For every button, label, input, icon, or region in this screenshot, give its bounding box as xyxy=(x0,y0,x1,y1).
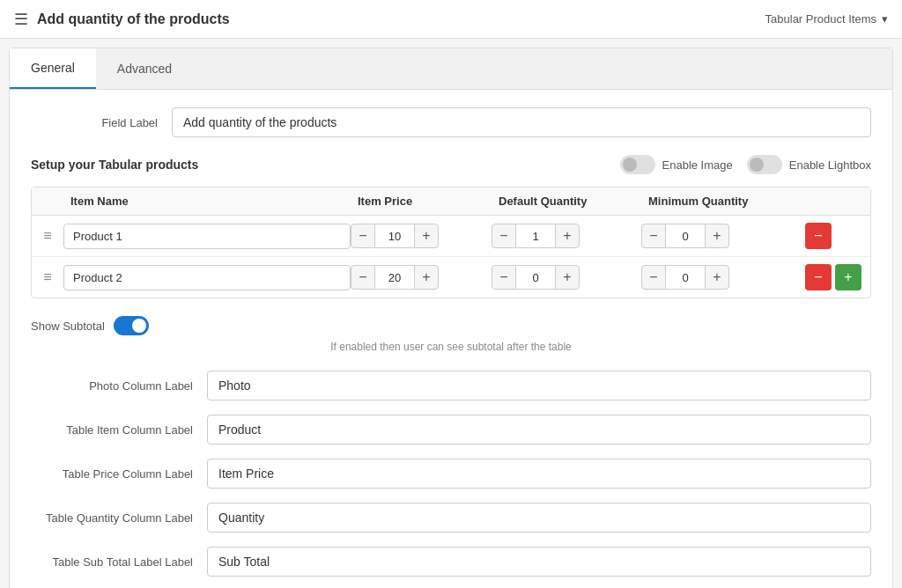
default-qty-minus-btn-1[interactable]: − xyxy=(492,224,516,248)
form-body: Field Label Setup your Tabular products … xyxy=(10,90,892,588)
photo-column-input-wrapper xyxy=(207,371,871,401)
tab-general[interactable]: General xyxy=(10,48,96,89)
table-price-column-input[interactable] xyxy=(207,459,871,489)
table-item-column-row: Table Item Column Label xyxy=(31,415,871,445)
main-panel: General Advanced Field Label Setup your … xyxy=(9,48,893,588)
page-title: Add quantity of the products xyxy=(37,11,230,27)
enable-lightbox-group: Enable Lightbox xyxy=(747,155,871,174)
tabs-bar: General Advanced xyxy=(10,48,892,90)
default-qty-input-2[interactable] xyxy=(516,265,555,290)
default-qty-control-1: − + xyxy=(492,224,641,248)
price-control-2: − + xyxy=(351,265,492,290)
enable-lightbox-label: Enable Lightbox xyxy=(789,158,871,172)
price-input-1[interactable] xyxy=(375,224,414,248)
default-qty-plus-btn-1[interactable]: + xyxy=(555,224,580,248)
default-qty-input-1[interactable] xyxy=(516,224,555,248)
show-subtotal-label: Show Subtotal xyxy=(31,320,105,333)
top-bar: ☰ Add quantity of the products Tabular P… xyxy=(0,0,902,39)
setup-header: Setup your Tabular products Enable Image… xyxy=(31,155,871,174)
default-qty-control-2: − + xyxy=(492,265,641,290)
row-actions-2: − + xyxy=(800,264,870,290)
table-subtotal-column-row: Table Sub Total Label Label xyxy=(31,547,871,577)
product-name-input-1[interactable] xyxy=(63,224,351,249)
enable-image-group: Enable Image xyxy=(620,155,733,174)
chevron-down-icon: ▾ xyxy=(882,12,888,26)
price-control-1: − + xyxy=(351,224,492,248)
min-qty-input-1[interactable] xyxy=(666,224,705,248)
photo-column-label: Photo Column Label xyxy=(31,379,207,393)
col-drag xyxy=(32,195,63,208)
price-plus-btn-1[interactable]: + xyxy=(414,224,439,248)
price-plus-btn-2[interactable]: + xyxy=(414,265,439,290)
table-row: ≡ − + − + − + xyxy=(32,257,870,298)
table-subtotal-column-input[interactable] xyxy=(207,547,871,577)
price-minus-btn-2[interactable]: − xyxy=(351,265,375,290)
tabular-product-items-label: Tabular Product Items xyxy=(765,12,876,26)
top-bar-right[interactable]: Tabular Product Items ▾ xyxy=(765,12,888,26)
enable-lightbox-toggle[interactable] xyxy=(747,155,782,174)
min-qty-input-2[interactable] xyxy=(666,265,705,290)
show-subtotal-row: Show Subtotal xyxy=(31,316,871,335)
col-actions xyxy=(800,195,870,208)
hamburger-icon[interactable]: ☰ xyxy=(14,10,28,29)
col-default-qty: Default Quantity xyxy=(492,195,641,208)
table-subtotal-column-input-wrapper xyxy=(207,547,871,577)
subtotal-hint: If enabled then user can see subtotal af… xyxy=(31,341,871,353)
tab-advanced[interactable]: Advanced xyxy=(96,48,193,89)
table-header: Item Name Item Price Default Quantity Mi… xyxy=(32,187,870,216)
table-item-column-input[interactable] xyxy=(207,415,871,445)
drag-handle-icon[interactable]: ≡ xyxy=(32,269,63,285)
field-label-row: Field Label xyxy=(31,107,871,137)
table-item-column-input-wrapper xyxy=(207,415,871,445)
drag-handle-icon[interactable]: ≡ xyxy=(32,228,63,244)
enable-lightbox-slider xyxy=(747,155,782,174)
field-label-input-wrapper xyxy=(172,107,871,137)
min-qty-plus-btn-1[interactable]: + xyxy=(705,224,729,248)
table-subtotal-column-label: Table Sub Total Label Label xyxy=(31,555,207,569)
table-qty-column-input-wrapper xyxy=(207,503,871,533)
min-qty-minus-btn-1[interactable]: − xyxy=(641,224,666,248)
table-price-column-row: Table Price Column Label xyxy=(31,459,871,489)
show-subtotal-slider xyxy=(114,316,149,335)
min-qty-control-1: − + xyxy=(641,224,800,248)
row-actions-1: − xyxy=(800,223,870,249)
default-qty-plus-btn-2[interactable]: + xyxy=(555,265,580,290)
delete-product-btn-2[interactable]: − xyxy=(805,264,832,290)
product-name-cell-2 xyxy=(63,265,351,290)
add-product-btn[interactable]: + xyxy=(835,264,861,290)
table-item-column-label: Table Item Column Label xyxy=(31,423,207,437)
enable-image-slider xyxy=(620,155,655,174)
enable-image-toggle[interactable] xyxy=(620,155,655,174)
min-qty-plus-btn-2[interactable]: + xyxy=(705,265,729,290)
table-qty-column-row: Table Quantity Column Label xyxy=(31,503,871,533)
price-input-2[interactable] xyxy=(375,265,414,290)
min-qty-control-2: − + xyxy=(641,265,800,290)
show-subtotal-toggle[interactable] xyxy=(114,316,149,335)
top-bar-left: ☰ Add quantity of the products xyxy=(14,10,230,29)
enable-image-label: Enable Image xyxy=(662,158,733,172)
photo-column-row: Photo Column Label xyxy=(31,371,871,401)
product-name-input-2[interactable] xyxy=(63,265,351,290)
min-qty-minus-btn-2[interactable]: − xyxy=(641,265,666,290)
photo-column-input[interactable] xyxy=(207,371,871,401)
delete-product-btn-1[interactable]: − xyxy=(805,223,832,249)
table-row: ≡ − + − + − + xyxy=(32,216,870,257)
table-price-column-input-wrapper xyxy=(207,459,871,489)
field-label-input[interactable] xyxy=(172,107,871,137)
col-min-qty: Minimum Quantity xyxy=(641,195,800,208)
col-item-name: Item Name xyxy=(63,195,351,208)
setup-title: Setup your Tabular products xyxy=(31,158,198,172)
toggles-row: Enable Image Enable Lightbox xyxy=(620,155,871,174)
default-qty-minus-btn-2[interactable]: − xyxy=(492,265,516,290)
product-name-cell xyxy=(63,224,351,249)
table-price-column-label: Table Price Column Label xyxy=(31,467,207,481)
col-item-price: Item Price xyxy=(351,195,492,208)
field-label-text: Field Label xyxy=(31,116,172,129)
products-table: Item Name Item Price Default Quantity Mi… xyxy=(31,187,871,298)
table-qty-column-input[interactable] xyxy=(207,503,871,533)
table-qty-column-label: Table Quantity Column Label xyxy=(31,511,207,525)
price-minus-btn-1[interactable]: − xyxy=(351,224,375,248)
